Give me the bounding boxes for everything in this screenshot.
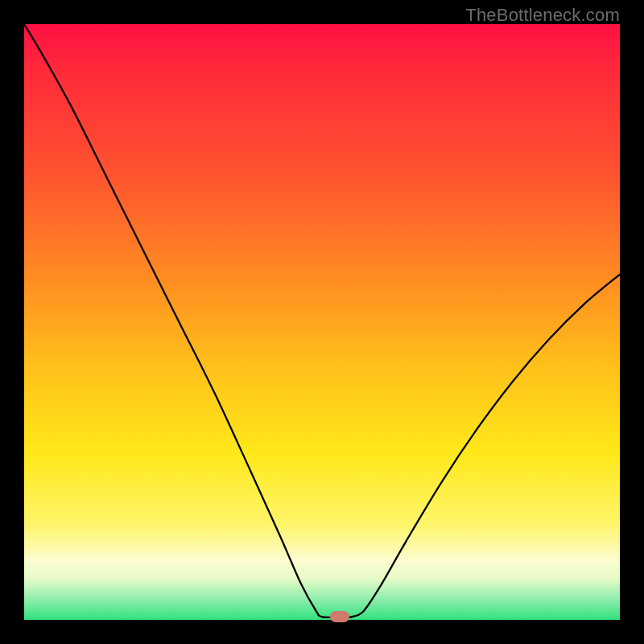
chart-stage: TheBottleneck.com [0,0,644,644]
bottleneck-curve [24,24,620,617]
plot-area [24,24,620,620]
optimal-marker [330,611,349,622]
watermark-text: TheBottleneck.com [465,5,620,26]
curve-svg [24,24,620,620]
